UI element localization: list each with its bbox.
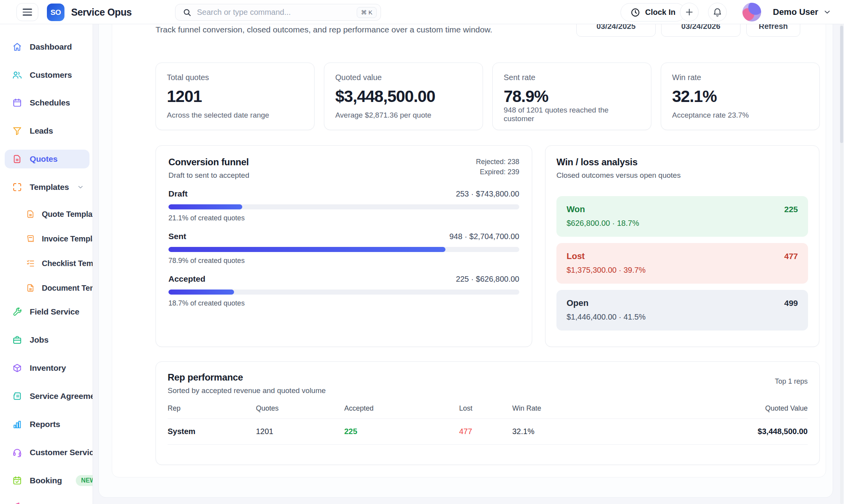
sidebar-item-customer-service[interactable]: Customer Service	[5, 443, 89, 462]
funnel-title: Conversion funnel	[168, 157, 249, 168]
rejected-count: Rejected: 238	[476, 157, 519, 167]
progress-bar	[168, 247, 519, 252]
win-loss-panel: Win / loss analysis Closed outcomes vers…	[545, 145, 819, 347]
briefcase-icon	[12, 335, 22, 345]
win-rate-cell: 32.1%	[512, 427, 698, 436]
stage-value: 225 · $626,800.00	[456, 275, 519, 284]
sidebar-item-reports[interactable]: Reports	[5, 415, 89, 434]
top-bar: SO Service Opus ⌘ K Clock In	[0, 0, 844, 24]
bar-chart-icon	[12, 419, 22, 429]
sidebar-item-schedules[interactable]: Schedules	[5, 93, 89, 112]
chevron-down-icon	[823, 8, 831, 16]
notifications-button[interactable]	[708, 3, 727, 21]
checklist-icon	[26, 259, 35, 268]
quoted-value-cell: $3,448,500.00	[698, 427, 808, 436]
sidebar-item-partial[interactable]	[5, 497, 89, 504]
stat-caption: Average $2,871.36 per quote	[335, 111, 472, 120]
stat-label: Sent rate	[504, 73, 640, 82]
calendar-check-icon	[12, 475, 22, 486]
funnel-subtitle: Draft to sent to accepted	[168, 171, 249, 180]
sidebar-item-quote-templates[interactable]: Quote Templates	[5, 205, 89, 223]
plus-icon	[684, 7, 694, 17]
receipt-icon	[26, 234, 35, 243]
sidebar-item-booking[interactable]: Booking NEW	[5, 471, 89, 490]
megaphone-icon	[12, 501, 22, 504]
funnel-icon	[12, 126, 22, 136]
progress-bar	[168, 204, 519, 209]
user-avatar[interactable]	[742, 3, 761, 21]
stat-caption: 948 of 1201 quotes reached the customer	[504, 106, 640, 123]
sidebar-item-quotes[interactable]: Quotes	[5, 150, 89, 168]
search-input[interactable]	[197, 8, 352, 17]
stage-label: Sent	[168, 232, 186, 241]
date-to-input[interactable]: 03/24/2026	[661, 24, 740, 37]
sidebar-item-document-templates[interactable]: Document Templates	[5, 279, 89, 297]
user-menu[interactable]: Demo User	[773, 0, 831, 24]
stat-value: 1201	[167, 87, 303, 106]
lost-cell: 477	[459, 427, 512, 436]
sidebar-item-inventory[interactable]: Inventory	[5, 359, 89, 377]
conversion-funnel-panel: Conversion funnel Draft to sent to accep…	[156, 145, 532, 347]
quote-document-icon	[12, 154, 22, 164]
funnel-stage-draft: Draft 253 · $743,800.00 21.1% of created…	[168, 189, 519, 222]
stage-value: 948 · $2,704,700.00	[449, 232, 519, 241]
app-name: Service Opus	[71, 0, 132, 24]
sidebar-item-dashboard[interactable]: Dashboard	[5, 38, 89, 56]
lost-count: 477	[784, 252, 798, 261]
bell-icon	[712, 7, 722, 17]
sidebar-item-checklist-templates[interactable]: Checklist Templates	[5, 254, 89, 273]
lost-detail: $1,375,300.00 · 39.7%	[567, 266, 798, 275]
sidebar-item-invoice-templates[interactable]: Invoice Templates	[5, 229, 89, 248]
sidebar-nav: Dashboard Customers Schedules Leads Quot…	[0, 24, 93, 504]
sidebar-item-field-service[interactable]: Field Service	[5, 302, 89, 321]
open-count: 499	[784, 298, 798, 308]
expired-count: Expired: 239	[476, 167, 519, 177]
home-icon	[12, 42, 22, 52]
sidebar-item-customers[interactable]: Customers	[5, 66, 89, 84]
column-header: Rep	[168, 404, 256, 413]
search-bar[interactable]: ⌘ K	[175, 4, 381, 21]
wrench-icon	[12, 307, 22, 317]
win-loss-title: Win / loss analysis	[556, 157, 808, 168]
win-loss-subtitle: Closed outcomes versus open quotes	[556, 171, 808, 180]
stat-label: Quoted value	[335, 73, 472, 82]
column-header: Quotes	[256, 404, 344, 413]
accepted-cell: 225	[344, 427, 459, 436]
open-row: Open 499 $1,446,400.00 · 41.5%	[556, 290, 808, 331]
progress-bar	[168, 290, 519, 295]
clock-in-button[interactable]: Clock In	[620, 3, 685, 21]
template-scan-icon	[12, 182, 22, 192]
stat-value: 78.9%	[504, 87, 640, 106]
refresh-button[interactable]: Refresh	[746, 24, 800, 37]
create-new-button[interactable]	[680, 3, 699, 21]
open-label: Open	[567, 298, 588, 308]
keyboard-shortcut-badge: ⌘ K	[357, 7, 377, 18]
rep-name-cell: System	[168, 427, 256, 436]
date-from-input[interactable]: 03/24/2025	[576, 24, 656, 37]
new-badge: NEW	[76, 475, 93, 486]
won-row: Won 225 $626,800.00 · 18.7%	[556, 196, 808, 237]
users-icon	[12, 70, 22, 80]
sidebar-item-service-agreements[interactable]: Service Agreements	[5, 387, 89, 406]
table-header: Rep Quotes Accepted Lost Win Rate Quoted…	[168, 404, 808, 419]
sidebar-item-templates[interactable]: Templates	[5, 178, 89, 197]
page-subtitle: Track funnel conversion, closed outcomes…	[156, 25, 492, 34]
stat-caption: Across the selected date range	[167, 111, 303, 120]
top-reps-label: Top 1 reps	[775, 377, 808, 386]
stat-caption: Acceptance rate 23.7%	[672, 111, 808, 120]
document-icon	[26, 209, 35, 219]
hamburger-menu-button[interactable]	[16, 3, 38, 21]
rep-title: Rep performance	[168, 372, 326, 383]
table-row: System 1201 225 477 32.1% $3,448,500.00	[168, 419, 808, 445]
stat-value: $3,448,500.00	[335, 87, 472, 106]
stage-label: Draft	[168, 189, 188, 198]
scrollbar-thumb[interactable]	[840, 26, 843, 143]
stat-card-sent-rate: Sent rate 78.9% 948 of 1201 quotes reach…	[492, 63, 651, 130]
clock-icon	[630, 7, 640, 18]
column-header: Quoted Value	[698, 404, 808, 413]
sidebar-item-leads[interactable]: Leads	[5, 122, 89, 140]
search-icon	[182, 8, 192, 17]
sidebar-item-jobs[interactable]: Jobs	[5, 331, 89, 349]
lost-row: Lost 477 $1,375,300.00 · 39.7%	[556, 243, 808, 284]
stat-card-quoted-value: Quoted value $3,448,500.00 Average $2,87…	[324, 63, 483, 130]
